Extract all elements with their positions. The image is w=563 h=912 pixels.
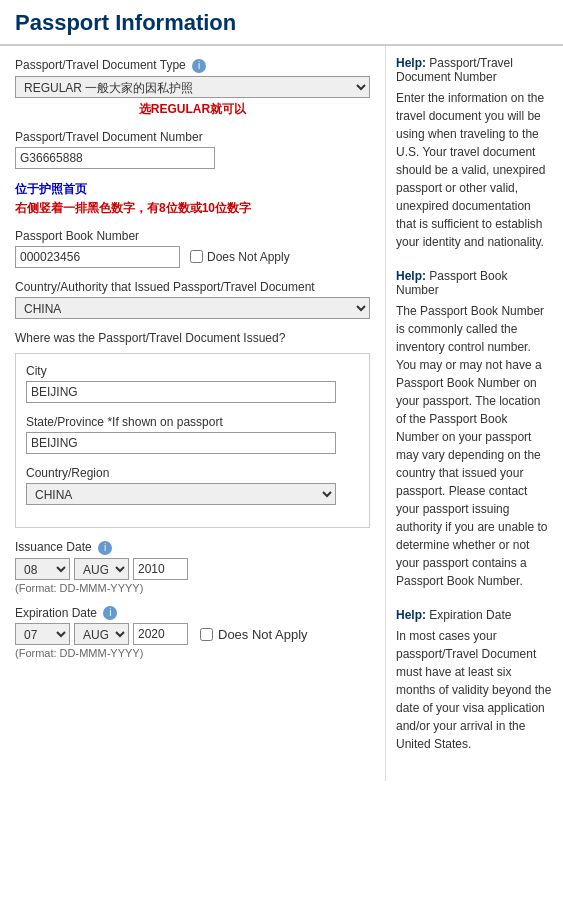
doc-number-group: Passport/Travel Document Number (15, 130, 370, 169)
help-1-text: Enter the information on the travel docu… (396, 89, 553, 251)
expiration-year-input[interactable] (133, 623, 188, 645)
doc-type-label: Passport/Travel Document Type i (15, 58, 370, 73)
does-not-apply-label: Does Not Apply (190, 250, 290, 264)
issuance-year-input[interactable] (133, 558, 188, 580)
country-region-label: Country/Region (26, 466, 359, 480)
country-select[interactable]: CHINA (15, 297, 370, 319)
issuance-date-row: 08 AUG (15, 558, 370, 580)
country-group: Country/Authority that Issued Passport/T… (15, 280, 370, 319)
location-hints-group: 位于护照首页 右侧竖着一排黑色数字，有8位数或10位数字 (15, 181, 370, 217)
state-label: State/Province *If shown on passport (26, 415, 359, 429)
doc-type-select[interactable]: REGULAR 一般大家的因私护照 (15, 76, 370, 98)
help-box-2: Help: Passport Book Number The Passport … (396, 269, 553, 590)
regular-hint: 选REGULAR就可以 (15, 101, 370, 118)
help-3-text: In most cases your passport/Travel Docum… (396, 627, 553, 753)
book-number-does-not-apply-checkbox[interactable] (190, 250, 203, 263)
country-region-group: Country/Region CHINA (26, 466, 359, 505)
book-number-row: Does Not Apply (15, 246, 370, 268)
book-number-label: Passport Book Number (15, 229, 370, 243)
issuance-date-group: Issuance Date i 08 AUG (Format: DD-MMM-Y… (15, 540, 370, 594)
help-3-title: Help: Expiration Date (396, 608, 553, 622)
help-2-text: The Passport Book Number is commonly cal… (396, 302, 553, 590)
expiration-mon-select[interactable]: AUG (74, 623, 129, 645)
help-box-3: Help: Expiration Date In most cases your… (396, 608, 553, 753)
doc-type-info-icon[interactable]: i (192, 59, 206, 73)
location-hint: 位于护照首页 (15, 181, 370, 198)
book-number-group: Passport Book Number Does Not Apply (15, 229, 370, 268)
expiry-does-not-apply-checkbox[interactable] (200, 628, 213, 641)
expiration-date-group: Expiration Date i 07 AUG Does Not Apply … (15, 606, 370, 660)
city-label: City (26, 364, 359, 378)
doc-number-label: Passport/Travel Document Number (15, 130, 370, 144)
doc-number-input[interactable] (15, 147, 215, 169)
doc-type-group: Passport/Travel Document Type i REGULAR … (15, 58, 370, 118)
country-region-select[interactable]: CHINA (26, 483, 336, 505)
expiration-dd-select[interactable]: 07 (15, 623, 70, 645)
city-group: City (26, 364, 359, 403)
issued-section: Where was the Passport/Travel Document I… (15, 331, 370, 528)
help-1-title: Help: Passport/Travel Document Number (396, 56, 553, 84)
issuance-dd-select[interactable]: 08 (15, 558, 70, 580)
right-panel: Help: Passport/Travel Document Number En… (385, 46, 563, 781)
help-box-1: Help: Passport/Travel Document Number En… (396, 56, 553, 251)
issued-inner: City State/Province *If shown on passpor… (15, 353, 370, 528)
issued-section-title: Where was the Passport/Travel Document I… (15, 331, 370, 345)
issuance-format-hint: (Format: DD-MMM-YYYY) (15, 582, 370, 594)
left-panel: Passport/Travel Document Type i REGULAR … (0, 46, 385, 683)
expiration-format-hint: (Format: DD-MMM-YYYY) (15, 647, 370, 659)
country-label: Country/Authority that Issued Passport/T… (15, 280, 370, 294)
state-input[interactable] (26, 432, 336, 454)
issuance-info-icon[interactable]: i (98, 541, 112, 555)
page-title: Passport Information (0, 0, 563, 46)
state-group: State/Province *If shown on passport (26, 415, 359, 454)
issuance-mon-select[interactable]: AUG (74, 558, 129, 580)
book-number-input[interactable] (15, 246, 180, 268)
expiration-date-row: 07 AUG Does Not Apply (15, 623, 370, 645)
expiration-date-label: Expiration Date i (15, 606, 370, 621)
expiration-info-icon[interactable]: i (103, 606, 117, 620)
position-hint: 右侧竖着一排黑色数字，有8位数或10位数字 (15, 200, 370, 217)
city-input[interactable] (26, 381, 336, 403)
issuance-date-label: Issuance Date i (15, 540, 370, 555)
help-2-title: Help: Passport Book Number (396, 269, 553, 297)
expiry-does-not-apply-label: Does Not Apply (200, 627, 308, 642)
